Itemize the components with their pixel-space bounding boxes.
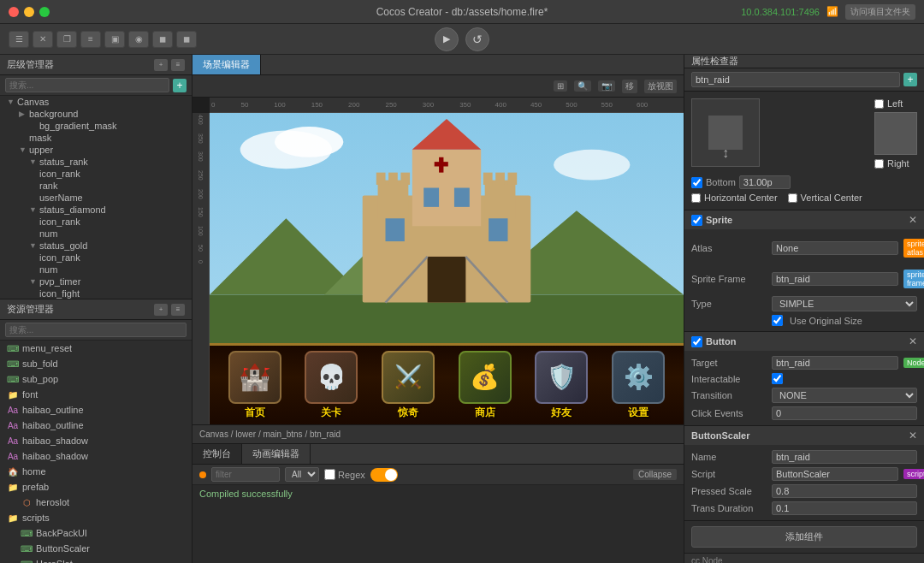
asset-item-prefab[interactable]: 📁 prefab <box>0 479 192 495</box>
asset-item-scripts[interactable]: 📁 scripts <box>0 510 192 525</box>
console-filter-input[interactable] <box>211 467 280 482</box>
toolbar-btn-1[interactable]: ☰ <box>9 31 29 48</box>
asset-item-haibao1[interactable]: Aa haibao_outline <box>0 402 192 418</box>
asset-item-backpackui[interactable]: ⌨ BackPackUI <box>0 525 192 541</box>
button-enabled-checkbox[interactable] <box>691 336 702 347</box>
toolbar-btn-7[interactable]: ◼ <box>152 31 173 48</box>
type-select[interactable]: SIMPLE <box>772 296 917 311</box>
bottom-value-input[interactable] <box>739 175 791 189</box>
refresh-button[interactable]: ↺ <box>465 27 489 51</box>
hierarchy-icon-1[interactable]: + <box>154 59 168 71</box>
right-checkbox[interactable] <box>874 159 884 169</box>
asset-icon-2[interactable]: ≡ <box>171 304 185 316</box>
game-btn-shop[interactable]: 💰 商店 <box>459 351 512 420</box>
camera-btn[interactable]: 📷 <box>598 80 615 92</box>
tree-item-num[interactable]: num <box>0 228 192 240</box>
zoom-btn[interactable]: 🔍 <box>574 80 591 92</box>
minimize-traffic-light[interactable] <box>24 7 34 17</box>
tree-item-icon-rank[interactable]: icon_rank <box>0 168 192 180</box>
toolbar-btn-6[interactable]: ◉ <box>128 31 149 48</box>
toolbar-btn-8[interactable]: ◼ <box>176 31 197 48</box>
asset-item-font[interactable]: 📁 font <box>0 387 192 402</box>
button-close-btn[interactable]: ✕ <box>909 335 917 347</box>
asset-item-haibao2[interactable]: Aa haibao_outline <box>0 418 192 433</box>
tree-item-icon-fight[interactable]: icon_fight <box>0 287 192 299</box>
target-input[interactable] <box>772 356 898 370</box>
collapse-toggle[interactable] <box>370 468 398 482</box>
click-events-input[interactable] <box>772 406 917 420</box>
view-btn[interactable]: 放视图 <box>644 80 677 93</box>
visitor-btn[interactable]: 访问项目文件夹 <box>845 4 915 20</box>
original-size-checkbox[interactable] <box>772 315 783 326</box>
tree-item-icon-rank3[interactable]: icon_rank <box>0 252 192 264</box>
bs-trans-duration-input[interactable] <box>772 501 917 515</box>
asset-search-input[interactable] <box>5 323 187 337</box>
tree-item-username[interactable]: userName <box>0 192 192 204</box>
toolbar-btn-5[interactable]: ▣ <box>104 31 125 48</box>
sprite-enabled-checkbox[interactable] <box>691 215 702 226</box>
hierarchy-search-input[interactable] <box>5 78 169 92</box>
bs-name-input[interactable] <box>772 450 917 464</box>
game-btn-explore[interactable]: ⚔️ 惊奇 <box>382 351 435 420</box>
add-component-btn[interactable]: 添加组件 <box>691 526 917 548</box>
toolbar-btn-2[interactable]: ✕ <box>33 31 53 48</box>
asset-item-haibao3[interactable]: Aa haibao_shadow <box>0 433 192 448</box>
game-btn-home[interactable]: 🏰 首页 <box>228 351 281 420</box>
bs-script-input[interactable] <box>772 467 898 481</box>
sprite-component-header[interactable]: Sprite ✕ <box>684 210 924 229</box>
game-btn-settings[interactable]: ⚙️ 设置 <box>612 351 665 420</box>
tree-item-canvas[interactable]: ▼ Canvas <box>0 96 192 108</box>
asset-item-menu-reset[interactable]: ⌨ menu_reset <box>0 341 192 356</box>
left-checkbox[interactable] <box>874 99 884 109</box>
regex-checkbox[interactable] <box>324 469 335 480</box>
asset-item-sub-pop[interactable]: ⌨ sub_pop <box>0 371 192 387</box>
buttonscaler-close-btn[interactable]: ✕ <box>909 430 917 442</box>
transition-select[interactable]: NONE <box>772 388 917 403</box>
buttonscaler-component-header[interactable]: ButtonScaler ✕ <box>684 426 924 445</box>
move-btn[interactable]: 移 <box>622 80 637 93</box>
game-btn-friends[interactable]: 🛡️ 好友 <box>535 351 588 420</box>
asset-item-home[interactable]: 🏠 home <box>0 464 192 479</box>
asset-item-sub-fold[interactable]: ⌨ sub_fold <box>0 356 192 371</box>
tree-item-background[interactable]: ▶ background <box>0 108 192 120</box>
maximize-traffic-light[interactable] <box>39 7 50 17</box>
tree-item-num2[interactable]: num <box>0 264 192 276</box>
tree-item-upper[interactable]: ▼ upper <box>0 144 192 156</box>
close-traffic-light[interactable] <box>9 7 19 17</box>
play-button[interactable]: ▶ <box>435 27 459 51</box>
tree-item-pvp-timer[interactable]: ▼ pvp_timer <box>0 276 192 287</box>
tree-item-status-gold[interactable]: ▼ status_gold <box>0 240 192 252</box>
toolbar-btn-3[interactable]: ❐ <box>56 31 77 48</box>
asset-icon-1[interactable]: + <box>154 304 168 316</box>
level-select[interactable]: All <box>285 467 319 482</box>
toolbar-btn-4[interactable]: ≡ <box>80 31 101 48</box>
node-add-btn[interactable]: + <box>903 73 917 86</box>
atlas-input[interactable] <box>772 241 898 255</box>
bottom-checkbox[interactable] <box>691 177 702 188</box>
sprite-close-btn[interactable]: ✕ <box>909 214 917 226</box>
tree-item-status-rank[interactable]: ▼ status_rank <box>0 156 192 168</box>
interactable-checkbox[interactable] <box>772 373 783 384</box>
tree-item-bg-gradient-mask[interactable]: bg_gradient_mask <box>0 120 192 132</box>
asset-item-haibao4[interactable]: Aa haibao_shadow <box>0 448 192 464</box>
node-name-input[interactable] <box>691 72 900 87</box>
grid-btn[interactable]: ⊞ <box>554 80 567 92</box>
console-tab-2[interactable]: 动画编辑器 <box>242 444 311 464</box>
asset-item-heroslot2[interactable]: ⌨ HeroSlot <box>0 556 192 563</box>
tree-item-icon-rank2[interactable]: icon_rank <box>0 216 192 228</box>
tree-item-mask[interactable]: mask <box>0 132 192 144</box>
asset-item-heroslot[interactable]: ⬡ heroslot <box>0 495 192 510</box>
game-btn-level[interactable]: 💀 关卡 <box>305 351 358 420</box>
tree-item-rank[interactable]: rank <box>0 180 192 192</box>
hierarchy-icon-2[interactable]: ≡ <box>171 59 185 71</box>
vertical-center-checkbox[interactable] <box>788 193 797 203</box>
console-tab-1[interactable]: 控制台 <box>192 444 242 464</box>
bs-pressed-scale-input[interactable] <box>772 484 917 498</box>
tree-item-status-diamond[interactable]: ▼ status_diamond <box>0 204 192 216</box>
frame-input[interactable] <box>772 272 898 286</box>
asset-item-buttonscaler[interactable]: ⌨ ButtonScaler <box>0 541 192 556</box>
collapse-btn[interactable]: Collapse <box>633 469 677 480</box>
scene-editor-tab[interactable]: 场景编辑器 <box>192 55 261 74</box>
horizontal-center-checkbox[interactable] <box>691 193 701 203</box>
hierarchy-add-btn[interactable]: + <box>173 79 187 92</box>
